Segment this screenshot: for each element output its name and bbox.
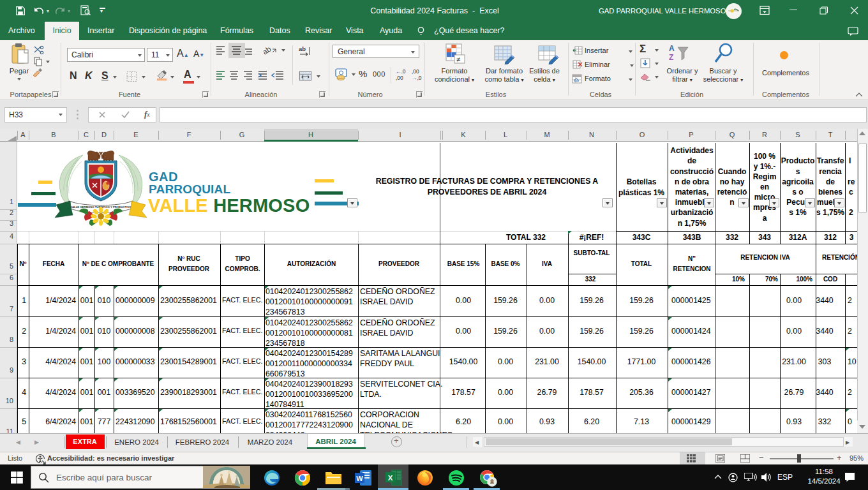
svg-text:≠: ≠ bbox=[456, 56, 460, 63]
svg-text:Z: Z bbox=[669, 53, 673, 62]
svg-text:A: A bbox=[669, 44, 675, 53]
svg-text:W: W bbox=[356, 475, 363, 482]
svg-text:ab: ab bbox=[299, 45, 306, 52]
svg-text:X: X bbox=[388, 474, 393, 482]
svg-text:ab: ab bbox=[264, 45, 273, 56]
